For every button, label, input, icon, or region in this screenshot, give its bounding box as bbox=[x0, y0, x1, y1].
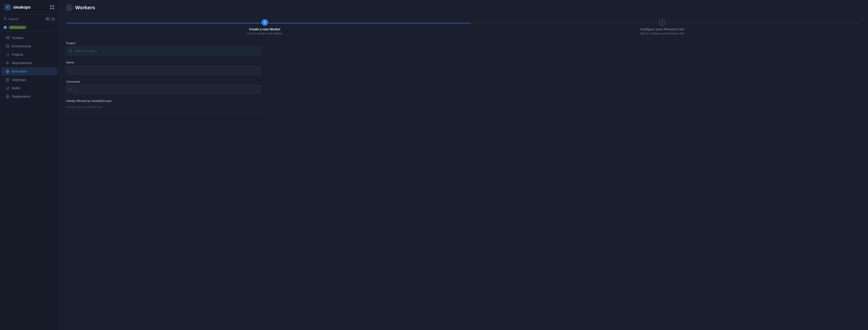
builds-icon bbox=[5, 86, 9, 90]
project-select-wrapper: {} Select a Project bbox=[66, 47, 261, 55]
sidebar-logo: sleakops bbox=[0, 0, 59, 15]
env-dot-icon bbox=[4, 26, 7, 29]
name-label: Name bbox=[66, 61, 255, 64]
sidebar: sleakops Search ⌘ k development ⌄ bbox=[0, 0, 59, 330]
project-select[interactable]: Select a Project bbox=[66, 47, 261, 55]
svg-rect-9 bbox=[8, 36, 9, 37]
command-wrapper: >_ bbox=[66, 85, 261, 94]
svg-point-1 bbox=[7, 6, 9, 8]
name-field: Name bbox=[66, 61, 255, 74]
svg-line-11 bbox=[7, 37, 8, 38]
environments-icon bbox=[5, 44, 9, 48]
vargroups-label: Initially Affected by VariableGroups bbox=[66, 99, 255, 102]
environment-badge: development bbox=[9, 26, 27, 29]
chevron-down-icon: ⌄ bbox=[53, 26, 55, 29]
step-2-circle: 2 bbox=[659, 19, 665, 26]
step-2: 2 Configure your Resource Set Step to co… bbox=[463, 19, 861, 35]
sidebar-item-executions-label: Executions bbox=[12, 69, 27, 73]
step-1-circle: 1 bbox=[261, 19, 268, 26]
executions-icon bbox=[5, 69, 9, 73]
svg-rect-5 bbox=[53, 8, 54, 9]
search-shortcut: ⌘ k bbox=[45, 17, 55, 21]
svg-rect-8 bbox=[6, 37, 7, 38]
projects-icon: {} bbox=[5, 53, 9, 57]
step-1-subtitle: Form to create a new Worker bbox=[247, 32, 282, 35]
svg-point-36 bbox=[69, 6, 69, 7]
form-container: Project {} Select a Project Name Command bbox=[59, 35, 263, 124]
sidebar-item-environments-label: Environments bbox=[12, 44, 31, 48]
page-title: Workers bbox=[75, 5, 95, 11]
sidebar-item-builds[interactable]: Builds bbox=[1, 84, 57, 92]
sidebar-item-deployments[interactable]: Deployments bbox=[1, 92, 57, 100]
name-input[interactable] bbox=[66, 66, 261, 74]
svg-rect-10 bbox=[8, 38, 9, 39]
sidebar-nav: Clusters Environments {} Projects bbox=[0, 32, 59, 330]
app-name: sleakops bbox=[13, 5, 31, 10]
svg-line-7 bbox=[6, 19, 7, 20]
project-field: Project {} Select a Project bbox=[66, 41, 255, 55]
vargroups-placeholder: Please select a Project first... bbox=[66, 104, 255, 110]
vargroups-icon bbox=[5, 78, 9, 82]
sidebar-item-deployments-label: Deployments bbox=[12, 95, 30, 98]
cmd-key: ⌘ bbox=[45, 17, 50, 21]
dependencies-icon bbox=[5, 61, 9, 65]
sidebar-item-builds-label: Builds bbox=[12, 86, 21, 90]
sidebar-item-dependencies-label: Dependencies bbox=[12, 61, 32, 65]
sidebar-item-clusters[interactable]: Clusters bbox=[1, 34, 57, 42]
project-label: Project bbox=[66, 41, 255, 45]
vargroups-field: Initially Affected by VariableGroups Ple… bbox=[66, 99, 255, 113]
sidebar-item-clusters-label: Clusters bbox=[12, 36, 23, 40]
sleakops-logo-icon bbox=[4, 4, 11, 11]
svg-rect-3 bbox=[53, 5, 54, 7]
svg-point-23 bbox=[7, 71, 8, 72]
step-1-title: Create a new Worker bbox=[249, 27, 280, 31]
sidebar-item-executions[interactable]: Executions bbox=[1, 67, 57, 76]
svg-rect-13 bbox=[6, 45, 9, 48]
vargroups-divider bbox=[66, 112, 261, 113]
grid-icon[interactable] bbox=[50, 5, 55, 10]
search-icon bbox=[4, 17, 7, 21]
svg-point-17 bbox=[7, 63, 8, 63]
svg-rect-2 bbox=[50, 5, 52, 7]
step-2-title: Configure your Resource Set bbox=[640, 27, 684, 31]
sidebar-item-environments[interactable]: Environments bbox=[1, 42, 57, 50]
page-header-icon bbox=[66, 4, 72, 11]
search-bar[interactable]: Search ⌘ k bbox=[0, 15, 59, 23]
page-header: Workers bbox=[59, 0, 868, 15]
deployments-icon bbox=[5, 94, 9, 98]
sidebar-item-projects-label: Projects bbox=[12, 53, 23, 56]
clusters-icon bbox=[5, 36, 9, 40]
environment-selector[interactable]: development ⌄ bbox=[0, 23, 59, 32]
k-key: k bbox=[51, 17, 55, 21]
sidebar-item-vargroups-label: Vargroups bbox=[12, 78, 26, 82]
command-field: Command >_ bbox=[66, 80, 255, 94]
command-input[interactable] bbox=[76, 85, 261, 94]
svg-text:{}: {} bbox=[6, 53, 9, 56]
stepper: 1 Create a new Worker Form to create a n… bbox=[59, 15, 868, 35]
svg-line-12 bbox=[7, 38, 8, 38]
search-label: Search bbox=[9, 17, 43, 21]
sidebar-item-vargroups[interactable]: Vargroups bbox=[1, 76, 57, 84]
sidebar-item-projects[interactable]: {} Projects bbox=[1, 51, 57, 59]
command-label: Command bbox=[66, 80, 255, 83]
sidebar-item-dependencies[interactable]: Dependencies bbox=[1, 59, 57, 67]
main-content: Workers 1 Create a new Worker Form to cr… bbox=[59, 0, 868, 330]
step-2-subtitle: Step to configure your Resource Set bbox=[640, 32, 684, 35]
command-prefix: >_ bbox=[66, 85, 76, 94]
svg-rect-4 bbox=[50, 8, 52, 9]
step-1: 1 Create a new Worker Form to create a n… bbox=[66, 19, 463, 35]
